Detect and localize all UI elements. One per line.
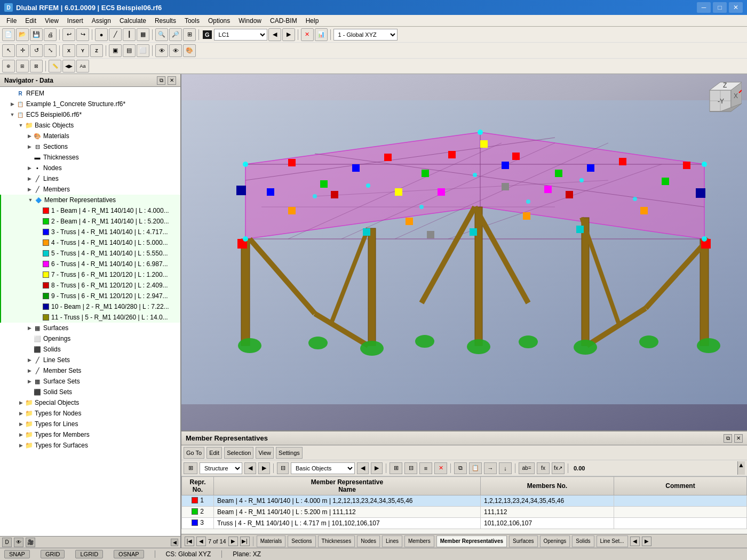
tb-line[interactable]: ╱ <box>109 28 122 41</box>
line-sets-toggle[interactable]: ▶ <box>26 356 33 364</box>
tree-file1[interactable]: ▶ 📋 Example 1_Concrete Structure.rf6* <box>0 99 180 109</box>
tree-thicknesses[interactable]: ▶ ▬ Thicknesses <box>0 152 180 163</box>
tb-undo[interactable]: ↩ <box>62 28 75 41</box>
tb-fit[interactable]: ⊞ <box>183 28 196 41</box>
menu-file[interactable]: File <box>2 16 21 26</box>
tree-rfem-root[interactable]: R RFEM <box>0 88 180 99</box>
tb-member[interactable]: ┃ <box>123 28 136 41</box>
tb-zoom-in[interactable]: 🔍 <box>155 28 168 41</box>
nodes-toggle[interactable]: ▶ <box>26 164 33 172</box>
panel-tb-filter[interactable]: ≡ <box>419 462 432 474</box>
page-first[interactable]: |◀ <box>185 537 194 546</box>
panel-restore-btn[interactable]: ⧉ <box>724 434 732 443</box>
orientation-cube[interactable]: -Y X Z <box>699 79 742 122</box>
panel-tb-delete[interactable]: ✕ <box>434 462 447 474</box>
tb-view2[interactable]: 👁 <box>169 44 182 57</box>
tab-sections-bottom[interactable]: Sections <box>288 535 315 547</box>
coord-system-dropdown[interactable]: 1 - Global XYZ <box>333 29 398 41</box>
tree-types-surfaces[interactable]: ▶ 📁 Types for Surfaces <box>0 440 180 451</box>
tree-nodes[interactable]: ▶ • Nodes <box>0 163 180 173</box>
file1-toggle[interactable]: ▶ <box>9 100 16 108</box>
tab-scroll-right[interactable]: ▶ <box>642 537 651 546</box>
tree-member-rep-6[interactable]: 6 - Truss | 4 - R_M1 140/140 | L : 6.987… <box>0 259 180 269</box>
tree-member-rep-3[interactable]: 3 - Truss | 4 - R_M1 140/140 | L : 4.717… <box>0 227 180 237</box>
menu-assign[interactable]: Assign <box>88 16 115 26</box>
tb-view1[interactable]: 👁 <box>155 44 168 57</box>
table-row[interactable]: 2 Beam | 4 - R_M1 140/140 | L : 5.200 m … <box>182 507 747 518</box>
tab-nodes-bottom[interactable]: Nodes <box>357 535 380 547</box>
menu-view[interactable]: View <box>41 16 63 26</box>
types-nodes-toggle[interactable]: ▶ <box>17 410 25 417</box>
table-row[interactable]: 1 Beam | 4 - R_M1 140/140 | L : 4.000 m … <box>182 495 747 507</box>
surface-sets-toggle[interactable]: ▶ <box>26 378 33 385</box>
tb-rotate[interactable]: ↺ <box>30 44 43 57</box>
tb-prev-lc[interactable]: ◀ <box>268 28 281 41</box>
tree-types-members[interactable]: ▶ 📁 Types for Members <box>0 429 180 440</box>
tree-solids[interactable]: ⬛ Solids <box>0 344 180 355</box>
tb-new[interactable]: 📄 <box>2 28 15 41</box>
osnap-button[interactable]: OSNAP <box>114 550 144 558</box>
tb-scale[interactable]: ⤡ <box>44 44 57 57</box>
tree-member-rep-8[interactable]: 8 - Truss | 6 - R_M1 120/120 | L : 2.409… <box>0 280 180 291</box>
types-members-toggle[interactable]: ▶ <box>17 431 25 438</box>
tab-lineset-bottom[interactable]: Line Set... <box>597 535 628 547</box>
close-button[interactable]: ✕ <box>729 2 743 13</box>
panel-close-btn[interactable]: ✕ <box>734 434 743 443</box>
menu-help[interactable]: Help <box>301 16 323 26</box>
panel-controls[interactable]: ⧉ ✕ <box>724 434 743 443</box>
tab-thicknesses-bottom[interactable]: Thicknesses <box>318 535 355 547</box>
tab-scroll-left[interactable]: ◀ <box>630 537 640 546</box>
menu-calculate[interactable]: Calculate <box>115 16 150 26</box>
tree-file2[interactable]: ▼ 📋 EC5 Beispiel06.rf6* <box>0 109 180 120</box>
panel-tb-icon2[interactable]: ⊟ <box>277 462 289 474</box>
tb-run[interactable]: ✕ <box>301 28 314 41</box>
tb-zoom-out[interactable]: 🔎 <box>169 28 182 41</box>
tree-member-rep-11[interactable]: 11 - Truss | 5 - R_M1 140/260 | L : 14.0… <box>0 312 180 323</box>
tree-special-objects[interactable]: ▶ 📁 Special Objects <box>0 397 180 408</box>
special-toggle[interactable]: ▶ <box>17 399 25 406</box>
surfaces-toggle[interactable]: ▶ <box>26 324 33 332</box>
tree-member-rep-4[interactable]: 4 - Truss | 4 - R_M1 140/140 | L : 5.000… <box>0 237 180 248</box>
panel-tb-fx[interactable]: fx <box>537 462 550 474</box>
tree-lines[interactable]: ▶ ╱ Lines <box>0 173 180 184</box>
menu-edit[interactable]: Edit <box>206 447 222 459</box>
maximize-button[interactable]: □ <box>713 2 727 13</box>
tb-annot[interactable]: Aa <box>76 60 89 73</box>
menu-insert[interactable]: Insert <box>63 16 88 26</box>
tree-surface-sets[interactable]: ▶ ▦ Surface Sets <box>0 376 180 387</box>
page-next[interactable]: ▶ <box>228 537 238 546</box>
tree-types-nodes[interactable]: ▶ 📁 Types for Nodes <box>0 408 180 419</box>
tb-next-lc[interactable]: ▶ <box>282 28 295 41</box>
menu-edit[interactable]: Edit <box>21 16 41 26</box>
panel-next-btn[interactable]: ▶ <box>258 462 270 474</box>
panel-objects-next[interactable]: ▶ <box>371 462 383 474</box>
tree-sections[interactable]: ▶ ⊟ Sections <box>0 141 180 152</box>
panel-tb-icon1[interactable]: ⊞ <box>184 462 197 474</box>
menu-tools[interactable]: Tools <box>180 16 204 26</box>
tb-axis-x[interactable]: X <box>62 44 75 57</box>
types-surfaces-toggle[interactable]: ▶ <box>17 442 25 449</box>
nav-btn-project[interactable]: 🎥 <box>26 538 35 547</box>
table-row[interactable]: 3 Truss | 4 - R_M1 140/140 | L : 4.717 m… <box>182 518 747 529</box>
tab-solids-bottom[interactable]: Solids <box>572 535 594 547</box>
tab-lines-bottom[interactable]: Lines <box>382 535 402 547</box>
tree-materials[interactable]: ▶ 🎨 Materials <box>0 131 180 141</box>
tree-member-rep-5[interactable]: 5 - Truss | 4 - R_M1 140/140 | L : 5.550… <box>0 248 180 259</box>
tree-solid-sets[interactable]: ⬛ Solid Sets <box>0 387 180 397</box>
panel-tb-grid2[interactable]: ⊟ <box>404 462 417 474</box>
rfem-toggle[interactable] <box>9 90 16 97</box>
panel-tb-grid1[interactable]: ⊞ <box>390 462 402 474</box>
types-lines-toggle[interactable]: ▶ <box>17 420 25 428</box>
tb-surface[interactable]: ▦ <box>137 28 149 41</box>
tree-surfaces[interactable]: ▶ ▦ Surfaces <box>0 323 180 333</box>
tree-members[interactable]: ▶ ╱ Members <box>0 184 180 195</box>
sections-toggle[interactable]: ▶ <box>26 143 33 150</box>
tb-snap2[interactable]: ⊞ <box>16 60 29 73</box>
tb-move[interactable]: ✛ <box>16 44 29 57</box>
tb-display3[interactable]: ⬜ <box>137 44 149 57</box>
menu-goto[interactable]: Go To <box>184 447 204 459</box>
tb-axis-y[interactable]: Y <box>76 44 89 57</box>
menu-cadbim[interactable]: CAD-BIM <box>266 16 301 26</box>
tree-member-sets[interactable]: ▶ ╱ Member Sets <box>0 365 180 376</box>
minimize-button[interactable]: ─ <box>697 2 711 13</box>
